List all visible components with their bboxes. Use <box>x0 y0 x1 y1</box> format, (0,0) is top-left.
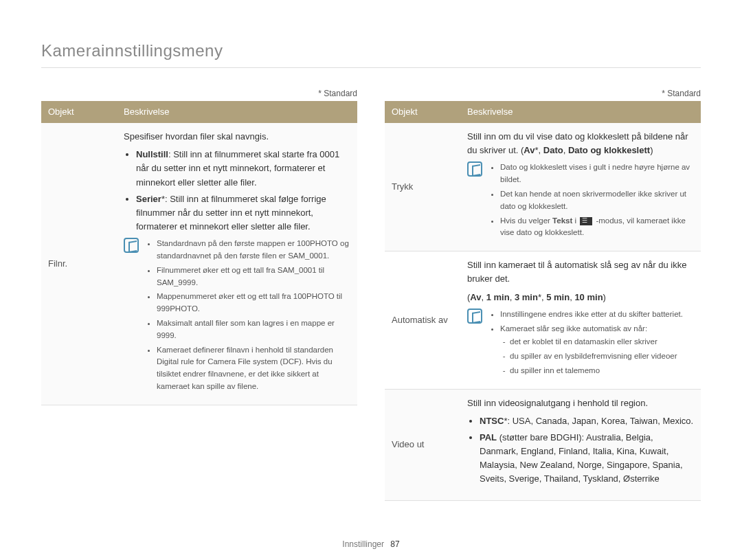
note-box: Dato og klokkeslett vises i gult i nedre… <box>467 161 694 241</box>
list-item: PAL (støtter bare BDGHI): Australia, Bel… <box>480 431 694 486</box>
opt: Dato og klokkeslett <box>568 145 650 155</box>
list-item: det er koblet til en datamaskin eller sk… <box>510 336 683 348</box>
row-label-videoout: Video ut <box>385 389 460 500</box>
table-row: Trykk Still inn om du vil vise dato og k… <box>385 123 701 251</box>
list-item: Mappenummeret øker ett og ett tall fra 1… <box>157 291 350 315</box>
note-box: Standardnavn på den første mappen er 100… <box>124 238 350 395</box>
standard-note-left: * Standard <box>41 89 357 98</box>
right-column: * Standard Objekt Beskrivelse Trykk Stil… <box>385 89 701 501</box>
opt: 1 min <box>486 292 510 302</box>
row-label-trykk: Trykk <box>385 123 460 251</box>
row-label-autoav: Automatisk av <box>385 251 460 389</box>
text: ) <box>650 145 653 155</box>
list-item: Dato og klokkeslett vises i gult i nedre… <box>500 161 694 186</box>
list-item: Maksimalt antall filer som kan lagres i … <box>157 317 350 342</box>
note-icon <box>124 238 139 253</box>
opt: Av <box>524 145 535 155</box>
list-item: Filnummeret øker ett og ett tall fra SAM… <box>157 265 350 289</box>
note-box: Innstillingene endres ikke etter at du s… <box>467 309 694 379</box>
col-header-beskrivelse: Beskrivelse <box>117 101 357 123</box>
text: i <box>572 216 578 225</box>
bullet-text: *: Still inn at filnummeret skal følge f… <box>136 194 326 232</box>
mode-icon <box>580 217 592 225</box>
autoav-intro: Still inn kameraet til å automatisk slå … <box>467 258 694 286</box>
list-item: Nullstill: Still inn at filnummeret skal… <box>136 148 350 189</box>
footer-page-number: 87 <box>390 539 399 549</box>
list-item: Kameraet slår seg ikke automatisk av når… <box>500 323 683 377</box>
row-desc-autoav: Still inn kameraet til å automatisk slå … <box>460 251 701 389</box>
videoout-intro: Still inn videosignalutgang i henhold ti… <box>467 396 694 410</box>
list-item: Hvis du velger Tekst i -modus, vil kamer… <box>500 215 694 240</box>
row-desc-filnr: Spesifiser hvordan filer skal navngis. N… <box>117 123 357 405</box>
note-list: Innstillingene endres ikke etter at du s… <box>489 309 683 379</box>
text: ) <box>603 292 606 302</box>
col-header-objekt: Objekt <box>385 101 460 123</box>
table-row: Automatisk av Still inn kameraet til å a… <box>385 251 701 389</box>
left-column: * Standard Objekt Beskrivelse Filnr. Spe… <box>41 89 357 501</box>
bullet-text: *: USA, Canada, Japan, Korea, Taiwan, Me… <box>504 416 693 426</box>
filnr-intro: Spesifiser hvordan filer skal navngis. <box>124 130 350 144</box>
text: , <box>563 145 568 155</box>
list-item: du spiller inn et talememo <box>510 365 683 377</box>
row-desc-trykk: Still inn om du vil vise dato og klokkes… <box>460 123 701 251</box>
note-icon <box>467 309 482 324</box>
text: *, <box>538 292 546 302</box>
list-item: du spiller av en lysbildefremvisning ell… <box>510 350 683 363</box>
autoav-options: (Av, 1 min, 3 min*, 5 min, 10 min) <box>467 291 694 304</box>
opt: Dato <box>543 145 563 155</box>
col-header-objekt: Objekt <box>41 101 117 123</box>
note-list: Dato og klokkeslett vises i gult i nedre… <box>489 161 694 241</box>
list-item: Kameraet definerer filnavn i henhold til… <box>157 344 350 393</box>
right-table: Objekt Beskrivelse Trykk Still inn om du… <box>385 101 701 501</box>
text-bold: Tekst <box>552 216 572 225</box>
opt: 10 min <box>574 292 603 302</box>
content-columns: * Standard Objekt Beskrivelse Filnr. Spe… <box>41 89 701 501</box>
bullet-text: (støtter bare BDGHI): Australia, Belgia,… <box>480 432 683 484</box>
row-label-filnr: Filnr. <box>41 123 117 405</box>
text: , <box>510 292 515 302</box>
row-desc-videoout: Still inn videosignalutgang i henhold ti… <box>460 389 701 500</box>
standard-note-right: * Standard <box>385 89 701 98</box>
list-item: Standardnavn på den første mappen er 100… <box>157 238 350 262</box>
bullet-strong: Serier <box>136 194 161 204</box>
text: Kameraet slår seg ikke automatisk av når… <box>500 324 647 333</box>
opt: 5 min <box>546 292 570 302</box>
note-icon <box>467 161 482 177</box>
note-sublist: det er koblet til en datamaskin eller sk… <box>500 336 683 377</box>
opt: 3 min <box>515 292 538 302</box>
col-header-beskrivelse: Beskrivelse <box>460 101 701 123</box>
list-item: Innstillingene endres ikke etter at du s… <box>500 309 683 321</box>
footer-section: Innstillinger <box>342 539 384 549</box>
text: *, <box>535 145 543 155</box>
bullet-strong: PAL <box>480 432 497 443</box>
list-item: Serier*: Still inn at filnummeret skal f… <box>136 192 350 234</box>
page-footer: Innstillinger 87 <box>0 539 742 549</box>
videoout-bullets: NTSC*: USA, Canada, Japan, Korea, Taiwan… <box>467 414 694 486</box>
bullet-strong: NTSC <box>480 416 504 426</box>
list-item: Det kan hende at noen skrivermodeller ik… <box>500 188 694 213</box>
text: Hvis du velger <box>500 216 552 225</box>
bullet-strong: Nullstill <box>136 149 168 159</box>
filnr-bullets: Nullstill: Still inn at filnummeret skal… <box>124 148 350 234</box>
left-table: Objekt Beskrivelse Filnr. Spesifiser hvo… <box>41 101 357 405</box>
table-row: Filnr. Spesifiser hvordan filer skal nav… <box>41 123 357 405</box>
page-title: Kamerainnstillingsmeny <box>41 41 701 68</box>
opt: Av <box>470 292 481 302</box>
trykk-intro: Still inn om du vil vise dato og klokkes… <box>467 130 694 157</box>
table-row: Video ut Still inn videosignalutgang i h… <box>385 389 701 500</box>
note-list: Standardnavn på den første mappen er 100… <box>146 238 350 395</box>
text: , <box>481 292 486 302</box>
list-item: NTSC*: USA, Canada, Japan, Korea, Taiwan… <box>480 414 694 428</box>
